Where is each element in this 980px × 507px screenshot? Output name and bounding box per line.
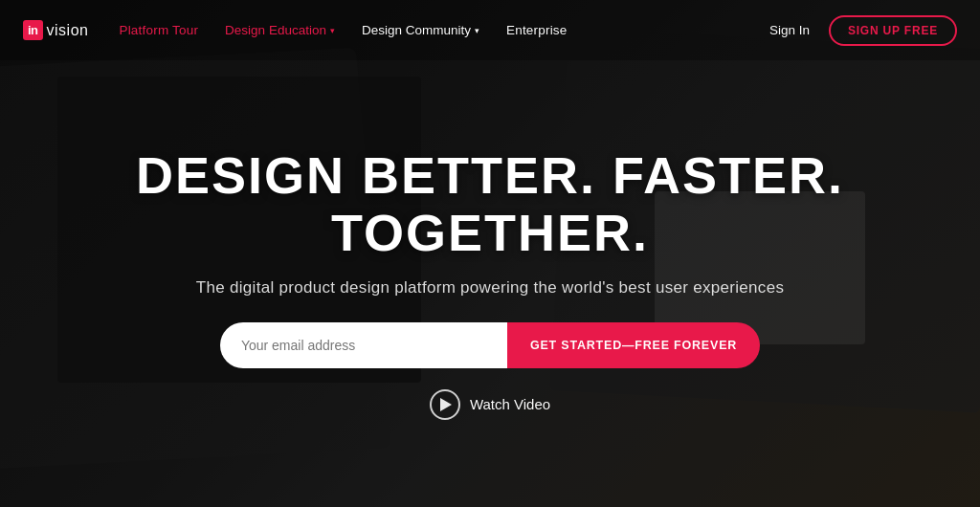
chevron-down-icon: ▾ bbox=[475, 26, 479, 35]
play-triangle-icon bbox=[440, 398, 452, 411]
nav-enterprise[interactable]: Enterprise bbox=[506, 23, 568, 37]
sign-up-button[interactable]: SIGN UP FREE bbox=[829, 15, 957, 46]
hero-subheadline: The digital product design platform powe… bbox=[196, 278, 784, 298]
email-input[interactable] bbox=[220, 322, 507, 368]
sign-in-link[interactable]: Sign In bbox=[769, 23, 810, 37]
nav-design-community-label: Design Community bbox=[362, 23, 471, 37]
navbar: in vision Platform Tour Design Education… bbox=[0, 0, 980, 60]
hero-headline: DESIGN BETTER. FASTER. TOGETHER. bbox=[38, 147, 942, 261]
chevron-down-icon: ▾ bbox=[330, 26, 335, 35]
nav-links: Platform Tour Design Education ▾ Design … bbox=[119, 23, 768, 37]
watch-video-button[interactable]: Watch Video bbox=[430, 389, 550, 420]
logo[interactable]: in vision bbox=[23, 20, 88, 40]
nav-design-education[interactable]: Design Education ▾ bbox=[225, 23, 335, 37]
nav-right: Sign In SIGN UP FREE bbox=[769, 15, 957, 46]
cta-button[interactable]: GET STARTED—FREE FOREVER bbox=[507, 322, 760, 368]
logo-text: vision bbox=[47, 22, 89, 39]
nav-design-community[interactable]: Design Community ▾ bbox=[362, 23, 479, 37]
watch-video-label: Watch Video bbox=[470, 396, 550, 412]
hero-content: DESIGN BETTER. FASTER. TOGETHER. The dig… bbox=[0, 60, 980, 507]
logo-badge: in bbox=[23, 20, 43, 40]
hero-form: GET STARTED—FREE FOREVER bbox=[220, 322, 760, 368]
nav-platform-tour[interactable]: Platform Tour bbox=[119, 23, 198, 37]
nav-design-education-label: Design Education bbox=[225, 23, 326, 37]
play-circle-icon bbox=[430, 389, 460, 420]
